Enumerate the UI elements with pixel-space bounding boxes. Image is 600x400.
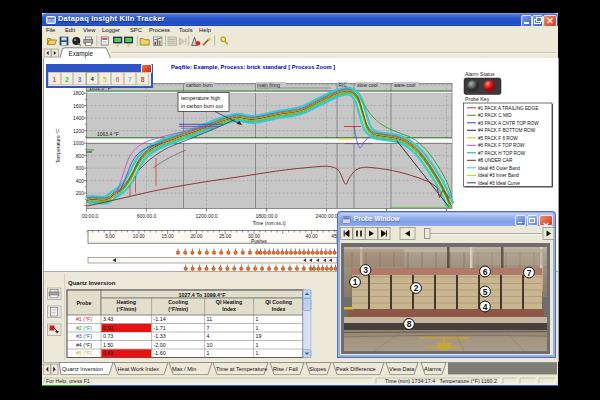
- svg-text:5.00: 5.00: [105, 234, 115, 239]
- svg-text:-1.71: -1.71: [154, 325, 166, 331]
- svg-text:2400:00.0: 2400:00.0: [315, 213, 337, 219]
- svg-text:#3 (°F): #3 (°F): [76, 333, 92, 339]
- svg-text:1: 1: [256, 342, 259, 348]
- svg-text:View Data: View Data: [389, 366, 415, 372]
- svg-text:10: 10: [207, 342, 213, 348]
- svg-text:15.00: 15.00: [162, 234, 174, 239]
- svg-text:4: 4: [483, 301, 488, 311]
- svg-text:7: 7: [207, 325, 210, 331]
- svg-text:1: 1: [256, 325, 259, 331]
- svg-text:6: 6: [115, 76, 119, 83]
- svg-text:1: 1: [52, 76, 56, 83]
- svg-text:-2.00: -2.00: [154, 342, 166, 348]
- svg-text:1.50: 1.50: [103, 342, 113, 348]
- svg-text:#4 PACK F BOTTOM ROW: #4 PACK F BOTTOM ROW: [478, 128, 536, 133]
- svg-text:Quartz Inversion: Quartz Inversion: [62, 366, 103, 372]
- svg-text:2: 2: [65, 76, 69, 83]
- svg-text:10.00: 10.00: [133, 234, 145, 239]
- svg-text:Time at Temperature: Time at Temperature: [216, 366, 267, 372]
- svg-text:1: 1: [256, 350, 259, 356]
- svg-text:Ideal #3 Inner Band: Ideal #3 Inner Band: [478, 173, 519, 178]
- svg-text:-1.33: -1.33: [154, 333, 166, 339]
- svg-text:Peak Difference: Peak Difference: [336, 366, 376, 372]
- svg-text:Ideal #3 Ideal Curve: Ideal #3 Ideal Curve: [478, 181, 520, 186]
- svg-text:-1.60: -1.60: [154, 350, 166, 356]
- svg-text:1800: 1800: [73, 90, 84, 96]
- svg-text:Slopes: Slopes: [309, 366, 326, 372]
- svg-text:Quartz Inversion: Quartz Inversion: [68, 280, 116, 286]
- svg-text:#1 (°F): #1 (°F): [76, 316, 92, 322]
- svg-text:Temperature °F: Temperature °F: [55, 129, 61, 164]
- svg-text:7: 7: [527, 267, 532, 277]
- svg-text:3.43: 3.43: [103, 316, 113, 322]
- svg-text:main firing: main firing: [257, 82, 280, 88]
- svg-text:Paqfile: Example, Process: bri: Paqfile: Example, Process: brick standar…: [171, 64, 335, 70]
- svg-text:1: 1: [353, 277, 358, 287]
- svg-text:1063.4 °F: 1063.4 °F: [97, 131, 119, 137]
- svg-text:temperature high: temperature high: [181, 95, 220, 101]
- svg-text:(°F/min): (°F/min): [168, 306, 188, 312]
- svg-text:8: 8: [140, 76, 144, 83]
- svg-text:Index: Index: [222, 306, 236, 312]
- svg-text:Heating: Heating: [117, 299, 136, 305]
- svg-text:#1 PACK A TRAILING EDGE: #1 PACK A TRAILING EDGE: [478, 106, 538, 111]
- svg-text:#5 PACK F 6 ROW: #5 PACK F 6 ROW: [478, 136, 518, 141]
- svg-text:-1.14: -1.14: [154, 316, 166, 322]
- svg-text:0.73: 0.73: [103, 333, 113, 339]
- svg-text:Probe: Probe: [76, 300, 91, 306]
- svg-text:800: 800: [76, 153, 85, 159]
- svg-text:Probe Key: Probe Key: [465, 96, 490, 102]
- svg-text:1800:00.0: 1800:00.0: [255, 213, 277, 219]
- svg-text:carbon burn: carbon burn: [186, 82, 213, 88]
- svg-text:8: 8: [407, 319, 412, 329]
- svg-text:25.00: 25.00: [219, 234, 231, 239]
- svg-text:5: 5: [102, 76, 106, 83]
- svg-text:#8 UNDER CAR: #8 UNDER CAR: [478, 158, 513, 163]
- svg-text:200: 200: [76, 190, 85, 196]
- svg-text:5: 5: [483, 286, 488, 296]
- svg-text:Max / Min: Max / Min: [172, 366, 196, 372]
- svg-text:QI Cooling: QI Cooling: [265, 299, 292, 305]
- svg-text:#3 PACK A CNTR TOP ROW: #3 PACK A CNTR TOP ROW: [478, 121, 539, 126]
- svg-text:1400: 1400: [73, 115, 84, 121]
- svg-text:2: 2: [414, 283, 419, 293]
- svg-text:Index: Index: [272, 306, 286, 312]
- svg-text:0.92: 0.92: [103, 325, 113, 331]
- svg-text:Cooling: Cooling: [168, 299, 188, 305]
- svg-text:7: 7: [128, 76, 132, 83]
- svg-text:0.83: 0.83: [103, 350, 113, 356]
- svg-text:Alarm Status: Alarm Status: [465, 71, 495, 77]
- svg-text:in carbon burn out: in carbon burn out: [181, 103, 223, 109]
- svg-text:RIC: RIC: [339, 82, 348, 88]
- svg-text:#6 PACK F TOP ROW: #6 PACK F TOP ROW: [478, 143, 525, 148]
- svg-text:6: 6: [483, 266, 488, 276]
- svg-text:ware cool: ware cool: [394, 82, 415, 88]
- svg-text:#5 (°F): #5 (°F): [76, 350, 92, 356]
- svg-text:11: 11: [207, 316, 213, 322]
- svg-text:600: 600: [76, 165, 85, 171]
- svg-text:#4 (°F): #4 (°F): [76, 342, 92, 348]
- svg-text:400: 400: [76, 178, 85, 184]
- svg-text:(°F/min): (°F/min): [116, 306, 136, 312]
- svg-text:1600: 1600: [73, 103, 84, 109]
- svg-text:1: 1: [256, 316, 259, 322]
- svg-text:#2 (°F): #2 (°F): [76, 325, 92, 331]
- svg-text:#2 PACK C MID: #2 PACK C MID: [478, 113, 512, 118]
- svg-text:Alarms: Alarms: [424, 366, 442, 372]
- svg-text:Example: Example: [69, 50, 94, 58]
- svg-text:1000: 1000: [73, 140, 84, 146]
- svg-text:Heat Work Index: Heat Work Index: [118, 366, 160, 372]
- svg-text:20.00: 20.00: [190, 234, 202, 239]
- svg-text:#7 PACK H TOP ROW: #7 PACK H TOP ROW: [478, 151, 526, 156]
- svg-text:1: 1: [207, 350, 210, 356]
- svg-text:Time (mm:ss.t): Time (mm:ss.t): [252, 220, 285, 226]
- svg-text:Ideal #3 Outer Band: Ideal #3 Outer Band: [478, 166, 520, 171]
- svg-text:40.00: 40.00: [306, 234, 318, 239]
- svg-text:slow cool: slow cool: [357, 82, 378, 88]
- svg-text:Pushes: Pushes: [251, 239, 268, 244]
- svg-text:QI Heating: QI Heating: [216, 299, 243, 305]
- svg-text:3: 3: [363, 265, 368, 275]
- svg-text:00:00.0: 00:00.0: [82, 213, 99, 219]
- svg-text:600:00.0: 600:00.0: [137, 213, 157, 219]
- svg-text:4: 4: [207, 333, 210, 339]
